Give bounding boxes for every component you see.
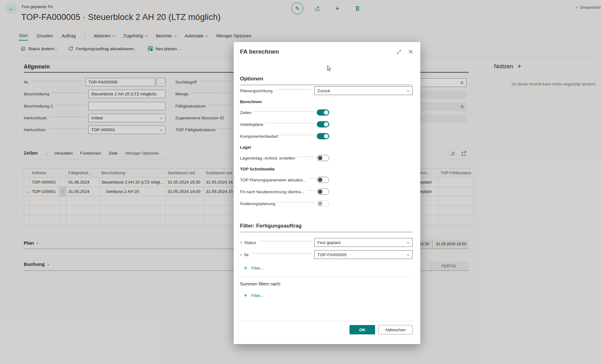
filter-row-nr: × Nr. TOP-FA000005 [240, 250, 413, 259]
nr-filter-select[interactable]: TOP-FA000005 [314, 250, 413, 259]
dialog-divider [240, 276, 413, 277]
filter-section-heading: Filter: Fertigungsauftrag [240, 223, 413, 232]
plus-icon: + [244, 265, 247, 272]
remove-filter-icon[interactable]: × [240, 252, 242, 257]
chevron-down-icon [407, 89, 410, 92]
chevron-down-icon [407, 241, 410, 244]
toggle-row-zeilen: Zeilen [240, 108, 413, 117]
ok-button[interactable]: OK [349, 325, 375, 334]
dialog-title: FA berechnen [240, 48, 279, 55]
fa-uebertragen-toggle[interactable] [317, 189, 329, 195]
aenderungsplanung-toggle [317, 200, 329, 207]
totals-filter-heading: Summen filtern nach: [240, 281, 281, 286]
top-schnittstelle-subheading: TOP Schnittstelle [240, 167, 275, 171]
planungsrichtung-select[interactable]: Zurück [314, 86, 413, 95]
lager-subheading: Lager [240, 145, 252, 150]
chevron-down-icon [407, 253, 410, 256]
add-filter-link[interactable]: +Filter... [244, 265, 264, 272]
toggle-row-arbeitsplaene: Arbeitspläne [240, 120, 413, 129]
dialog-buttons: OK Abbrechen [240, 325, 413, 334]
status-filter-select[interactable]: Fest geplant [314, 238, 413, 247]
remove-filter-icon[interactable]: × [240, 240, 242, 245]
toggle-row-lagereinlagerung: Lagereinlag.-Anford. erstellen [240, 154, 413, 162]
toggle-row-fa-uebertragen: FA nach Neuberechnung übertra... [240, 187, 413, 196]
optionen-section-heading: Optionen [240, 76, 413, 85]
planungsrichtung-row: Planungsrichtung Zurück [240, 86, 413, 95]
cancel-button[interactable]: Abbrechen [378, 325, 413, 334]
expand-dialog-button[interactable] [395, 48, 402, 55]
dialog-window-controls [395, 48, 414, 55]
arbeitsplaene-toggle[interactable] [317, 121, 329, 127]
mouse-cursor [327, 65, 331, 72]
lagereinlagerung-toggle[interactable] [317, 155, 329, 161]
toggle-row-planungsparameter: TOP Planungsparameter aktualisi... [240, 175, 413, 184]
toggle-row-aenderungsplanung: Änderungsplanung [240, 199, 413, 208]
filter-row-status: × Status Fest geplant [240, 238, 413, 247]
close-dialog-button[interactable] [407, 48, 414, 55]
toggle-row-komponentenbedarf: Komponentenbedarf [240, 132, 413, 141]
plus-icon: + [244, 292, 247, 299]
dialog-footer-divider [240, 321, 413, 321]
berechnen-subheading: Berechnen [240, 99, 262, 104]
zeilen-toggle[interactable] [317, 109, 329, 116]
business-central-screen: ← Fest geplanter FA TOP-FA000005 · Steue… [0, 0, 601, 364]
planungsparameter-toggle[interactable] [317, 177, 329, 183]
komponentenbedarf-toggle[interactable] [317, 133, 329, 139]
add-totals-filter-link[interactable]: +Filter... [244, 292, 264, 299]
fa-berechnen-dialog: FA berechnen Optionen Planungsrichtung Z… [234, 42, 420, 344]
